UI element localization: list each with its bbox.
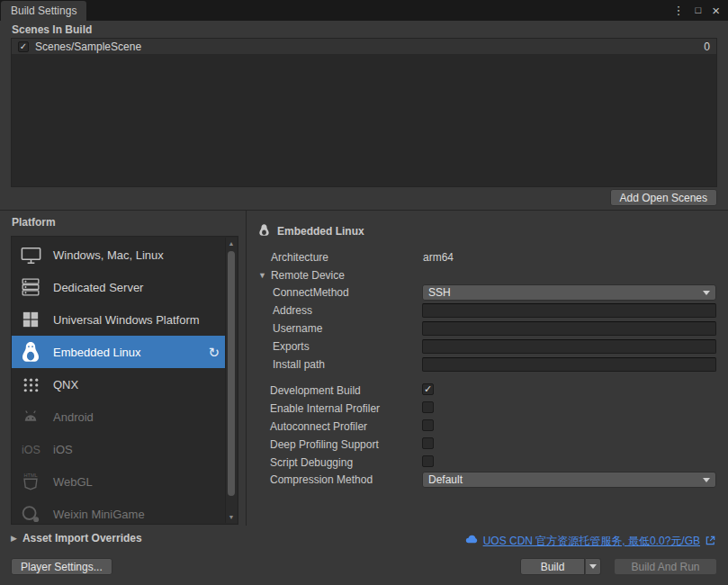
scenes-in-build-header: Scenes In Build [12,23,92,36]
platform-item-label: WebGL [53,475,93,489]
platform-item-weixin-minigame[interactable]: Weixin MiniGame [12,498,226,530]
script-debugging-checkbox[interactable]: ✓ [422,455,434,467]
scroll-down-icon[interactable]: ▼ [226,511,237,523]
menu-icon[interactable]: ⋮ [673,4,685,16]
scenes-list[interactable]: ✓ Scenes/SampleScene 0 [11,38,717,187]
exports-label: Exports [273,340,310,353]
platform-item-universal-windows-platform[interactable]: Universal Windows Platform [12,303,226,336]
exports-field[interactable] [422,339,716,354]
development-build-checkbox[interactable]: ✓ [422,383,434,395]
platform-item-label: QNX [53,378,78,392]
ios-icon: iOS [17,436,44,463]
build-and-run-button[interactable]: Build And Run [614,558,717,575]
check-icon: ✓ [20,42,27,51]
android-icon [17,403,44,430]
build-button[interactable]: Build [520,558,585,575]
remote-device-label: Remote Device [271,269,345,282]
platform-header: Platform [12,216,56,229]
webgl-icon: HTML [17,468,44,495]
build-settings-window: Build Settings ⋮ □ × Scenes In Build ✓ S… [0,0,728,585]
uos-cdn-link[interactable]: UOS CDN 官方资源托管服务, 最低0.0?元/GB [483,534,700,549]
penguin-icon [257,223,271,239]
connectmethod-label: ConnectMethod [273,286,349,299]
platform-item-embedded-linux[interactable]: Embedded Linux ↻ [12,336,226,368]
scroll-up-icon[interactable]: ▲ [226,238,237,249]
platform-item-label: Embedded Linux [53,346,141,359]
platform-item-windows-mac-linux[interactable]: Windows, Mac, Linux [12,238,226,271]
maximize-icon[interactable]: □ [696,5,702,15]
platform-item-label: Dedicated Server [53,281,143,294]
window-title: Build Settings [11,4,76,17]
platform-item-ios[interactable]: iOS iOS [12,433,226,465]
build-dropdown-button[interactable] [585,558,601,575]
settings-panel-title: Embedded Linux [257,223,364,239]
chevron-down-icon [703,291,710,295]
scene-checkbox[interactable]: ✓ [18,41,29,52]
username-field[interactable] [422,321,716,336]
address-field[interactable] [422,303,716,318]
deep-profiling-support-label: Deep Profiling Support [270,438,379,451]
qnx-icon [17,371,44,398]
platform-item-dedicated-server[interactable]: Dedicated Server [12,271,226,303]
titlebar: Build Settings ⋮ □ × [0,0,728,21]
asset-import-overrides-label: Asset Import Overrides [22,532,142,544]
uos-cdn-row: UOS CDN 官方资源托管服务, 最低0.0?元/GB [465,533,716,550]
chevron-down-icon [589,564,597,569]
scene-index: 0 [704,40,710,53]
development-build-label: Development Build [270,384,361,397]
compression-method-label: Compression Method [270,473,373,486]
platform-item-android[interactable]: Android [12,400,226,433]
add-open-scenes-button[interactable]: Add Open Scenes [610,189,717,206]
connectmethod-dropdown[interactable]: SSH [422,284,716,301]
architecture-label: Architecture [271,251,328,264]
install-path-field[interactable] [422,357,716,372]
architecture-value[interactable]: arm64 [423,251,454,264]
chevron-down-icon [703,478,710,482]
install-path-label: Install path [273,358,325,371]
autoconnect-profiler-checkbox[interactable]: ✓ [422,419,434,431]
weixin-icon [17,500,44,527]
server-icon [17,274,44,301]
player-settings-button[interactable]: Player Settings... [11,558,112,575]
platform-item-label: Universal Windows Platform [53,313,200,327]
platform-item-label: iOS [53,443,73,456]
deep-profiling-support-checkbox[interactable]: ✓ [422,437,434,449]
scrollbar-thumb[interactable] [228,251,235,496]
script-debugging-label: Script Debugging [270,456,353,469]
platform-item-label: Android [53,410,94,424]
username-label: Username [273,322,322,335]
platform-item-webgl[interactable]: HTML WebGL [12,465,226,498]
platform-list: Windows, Mac, Linux Dedicated Server Uni… [11,236,238,525]
svg-text:iOS: iOS [21,444,40,456]
penguin-icon [17,338,44,365]
enable-internal-profiler-label: Enable Internal Profiler [270,402,380,415]
external-link-icon[interactable] [705,534,716,550]
refresh-badge-icon[interactable]: ↻ [208,346,220,359]
vertical-divider [246,211,247,526]
platform-item-label: Windows, Mac, Linux [53,248,164,262]
compression-method-value: Default [428,473,463,486]
platform-item-label: Weixin MiniGame [53,508,145,521]
horizontal-divider [0,210,728,211]
foldout-closed-icon: ▶ [11,535,17,543]
platform-scrollbar[interactable]: ▲ ▼ [225,238,237,523]
svg-text:HTML: HTML [24,472,38,478]
close-icon[interactable]: × [712,4,720,17]
address-label: Address [273,304,312,317]
platform-item-qnx[interactable]: QNX [12,368,226,400]
connectmethod-value: SSH [428,286,451,299]
scene-name: Scenes/SampleScene [35,40,697,53]
uos-icon [465,533,479,550]
autoconnect-profiler-label: Autoconnect Profiler [270,420,367,433]
uwp-icon [17,306,44,333]
window-controls: ⋮ □ × [673,0,720,21]
scene-row[interactable]: ✓ Scenes/SampleScene 0 [12,39,716,54]
window-tab[interactable]: Build Settings [1,1,86,21]
remote-device-foldout[interactable]: ▼ Remote Device [258,269,345,282]
check-icon: ✓ [424,384,432,394]
settings-title: Embedded Linux [277,225,364,238]
compression-method-dropdown[interactable]: Default [422,472,716,488]
monitor-icon [17,241,44,268]
enable-internal-profiler-checkbox[interactable]: ✓ [422,401,434,413]
asset-import-overrides-foldout[interactable]: ▶ Asset Import Overrides [11,532,142,544]
